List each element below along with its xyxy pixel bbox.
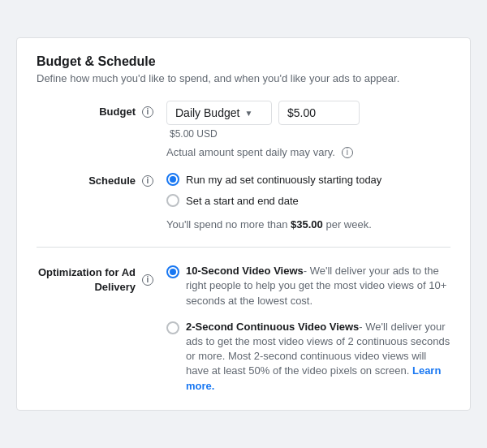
schedule-label-text: Schedule xyxy=(88,174,136,187)
schedule-content: Run my ad set continuously starting toda… xyxy=(166,170,450,230)
schedule-option-start-end[interactable]: Set a start and end date xyxy=(166,194,450,207)
budget-label-text: Budget xyxy=(99,106,136,118)
weekly-spend-note: You'll spend no more than $35.00 per wee… xyxy=(166,218,450,230)
opt-text-10sec: 10-Second Video Views- We'll deliver you… xyxy=(186,264,450,308)
opt-radio-2sec[interactable] xyxy=(166,321,179,334)
optimization-options: 10-Second Video Views- We'll deliver you… xyxy=(166,264,450,394)
budget-inputs: Daily Budget ▼ xyxy=(166,101,450,125)
dropdown-arrow-icon: ▼ xyxy=(244,109,252,118)
section-title: Budget & Schedule xyxy=(37,54,450,69)
weekly-prefix: You'll spend no more than xyxy=(166,218,291,230)
schedule-row: Schedule i Run my ad set continuously st… xyxy=(37,170,450,230)
optimization-label-text: Optimization for Ad Delivery xyxy=(37,265,136,295)
weekly-suffix: per week. xyxy=(323,218,372,230)
budget-content: Daily Budget ▼ $5.00 USD Actual amount s… xyxy=(166,101,450,158)
amount-note-info-icon[interactable]: i xyxy=(342,147,353,158)
opt-option-10sec[interactable]: 10-Second Video Views- We'll deliver you… xyxy=(166,264,450,308)
optimization-info-icon[interactable]: i xyxy=(142,274,153,286)
budget-schedule-card: Budget & Schedule Define how much you'd … xyxy=(16,37,471,411)
opt-text-2sec: 2-Second Continuous Video Views- We'll d… xyxy=(186,320,450,394)
budget-type-dropdown[interactable]: Daily Budget ▼ xyxy=(166,101,272,125)
schedule-radio-continuous[interactable] xyxy=(166,173,179,186)
budget-amount-input[interactable] xyxy=(278,101,360,125)
optimization-row: Optimization for Ad Delivery i 10-Second… xyxy=(37,264,450,394)
section-divider xyxy=(37,247,450,248)
schedule-info-icon[interactable]: i xyxy=(142,175,153,187)
section-subtitle: Define how much you'd like to spend, and… xyxy=(37,72,450,84)
opt-option-2sec[interactable]: 2-Second Continuous Video Views- We'll d… xyxy=(166,320,450,394)
budget-currency-note: $5.00 USD xyxy=(166,128,450,140)
schedule-option-continuous[interactable]: Run my ad set continuously starting toda… xyxy=(166,173,450,186)
schedule-radio-start-end[interactable] xyxy=(166,194,179,207)
budget-label: Budget i xyxy=(37,101,166,118)
schedule-option-continuous-label: Run my ad set continuously starting toda… xyxy=(186,174,381,186)
weekly-amount: $35.00 xyxy=(291,218,323,230)
opt-title-2sec: 2-Second Continuous Video Views xyxy=(186,321,359,333)
schedule-option-start-end-label: Set a start and end date xyxy=(186,195,299,207)
opt-title-10sec: 10-Second Video Views xyxy=(186,265,304,277)
opt-radio-10sec[interactable] xyxy=(166,265,179,278)
budget-dropdown-value: Daily Budget xyxy=(175,106,239,119)
optimization-label: Optimization for Ad Delivery i xyxy=(37,264,166,295)
amount-note: Actual amount spent daily may vary. i xyxy=(166,146,450,158)
schedule-radio-group: Run my ad set continuously starting toda… xyxy=(166,173,450,207)
schedule-label: Schedule i xyxy=(37,170,166,187)
budget-info-icon[interactable]: i xyxy=(142,106,153,118)
amount-note-text: Actual amount spent daily may vary. xyxy=(166,146,335,158)
budget-row: Budget i Daily Budget ▼ $5.00 USD Actual… xyxy=(37,101,450,158)
